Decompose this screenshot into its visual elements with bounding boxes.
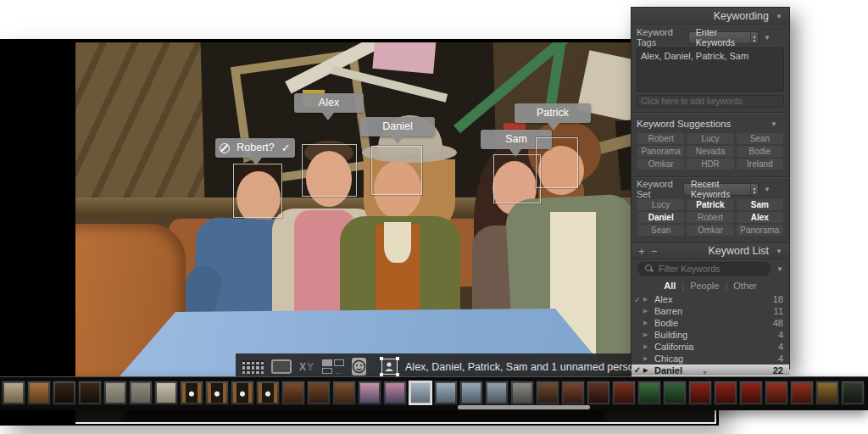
keyword-suggestion-button[interactable]: HDR — [687, 159, 733, 170]
keyword-set-button[interactable]: Daniel — [637, 212, 684, 223]
keyword-set-button[interactable]: Patrick — [687, 199, 733, 210]
disclosure-triangle-icon[interactable]: ▶ — [643, 343, 654, 350]
filmstrip-thumbnail[interactable] — [612, 381, 636, 405]
confirm-name-icon[interactable]: ✓ — [281, 138, 291, 158]
filmstrip-scrollbar[interactable] — [458, 405, 590, 409]
keyword-set-button[interactable]: Sean — [637, 225, 684, 236]
face-name-label[interactable]: Alex — [294, 93, 364, 113]
keywording-header[interactable]: Keywording ▼ — [632, 8, 789, 25]
filmstrip-thumbnail[interactable] — [53, 381, 76, 405]
keyword-set-button[interactable]: Robert — [687, 212, 733, 223]
filmstrip-thumbnail[interactable] — [78, 381, 102, 405]
filmstrip-thumbnail[interactable] — [765, 381, 788, 405]
keyword-list-row[interactable]: ▶California4 — [632, 341, 789, 353]
keyword-suggestion-button[interactable]: Bodie — [737, 146, 783, 157]
face-region-box[interactable] — [371, 146, 422, 195]
dropdown-spinner-icon[interactable] — [750, 32, 758, 43]
keyword-suggestion-button[interactable]: Ireland — [737, 159, 783, 170]
keyword-set-button[interactable]: Omkar — [687, 225, 733, 236]
filmstrip-thumbnail[interactable] — [815, 381, 839, 405]
compare-view-icon[interactable]: XY — [299, 361, 314, 373]
keyword-suggestion-button[interactable]: Sean — [737, 133, 783, 144]
keyword-list-row[interactable]: ▶Bodie48 — [632, 317, 789, 329]
collapse-triangle-icon[interactable]: ▼ — [764, 186, 771, 193]
keyword-check-icon[interactable]: ✓ — [632, 365, 643, 375]
keyword-list-row[interactable]: ▶Barren11 — [632, 305, 789, 317]
keyword-check-icon[interactable]: ✓ — [632, 295, 643, 304]
keyword-suggestion-button[interactable]: Lucy — [687, 133, 733, 144]
filmstrip-thumbnail[interactable] — [739, 381, 763, 405]
keyword-list-row[interactable]: ▶Building4 — [632, 329, 789, 341]
filmstrip-thumbnail[interactable] — [180, 381, 203, 405]
filmstrip-thumbnail[interactable] — [714, 381, 737, 405]
tab-other[interactable]: Other — [733, 281, 757, 291]
keyword-tags-textarea[interactable]: Alex, Daniel, Patrick, Sam — [637, 47, 784, 92]
filmstrip-thumbnail[interactable] — [358, 381, 381, 405]
keyword-list-row[interactable]: ▶Chicag4 — [632, 353, 789, 364]
filmstrip-thumbnail[interactable] — [434, 381, 458, 405]
add-keywords-field[interactable]: Click here to add keywords — [637, 95, 784, 108]
filmstrip-thumbnail[interactable] — [561, 381, 585, 405]
filmstrip-thumbnail-selected[interactable] — [409, 381, 432, 405]
reject-name-icon[interactable] — [220, 143, 230, 153]
filmstrip-thumbnail[interactable] — [459, 381, 483, 405]
dropdown-spinner-icon[interactable] — [750, 184, 758, 195]
disclosure-triangle-icon[interactable]: ▶ — [643, 367, 654, 374]
filter-keywords-input[interactable]: Filter Keywords — [637, 262, 771, 275]
filmstrip-thumbnail[interactable] — [383, 381, 407, 405]
collapse-triangle-icon[interactable]: ▼ — [771, 120, 777, 128]
filmstrip-thumbnail[interactable] — [663, 381, 687, 405]
disclosure-triangle-icon[interactable]: ▶ — [643, 331, 654, 338]
disclosure-triangle-icon[interactable]: ▶ — [643, 296, 654, 303]
remove-keyword-button[interactable]: − — [651, 245, 664, 258]
filmstrip-thumbnail[interactable] — [27, 381, 51, 405]
tab-all[interactable]: All — [664, 281, 676, 291]
collapse-triangle-icon[interactable]: ▼ — [776, 265, 783, 273]
keyword-suggestion-button[interactable]: Robert — [637, 133, 684, 144]
disclosure-triangle-icon[interactable]: ▶ — [643, 355, 654, 362]
filmstrip-thumbnail[interactable] — [510, 381, 534, 405]
filmstrip-thumbnail[interactable] — [688, 381, 712, 405]
filmstrip-thumbnail[interactable] — [587, 381, 610, 405]
face-name-label[interactable]: Patrick — [515, 103, 591, 123]
disclosure-triangle-icon[interactable]: ▶ — [643, 320, 654, 326]
keyword-set-button[interactable]: Lucy — [637, 199, 684, 210]
face-region-box[interactable] — [302, 144, 357, 197]
grid-view-icon[interactable] — [242, 360, 264, 374]
filmstrip-thumbnail[interactable] — [790, 381, 814, 405]
face-region-box[interactable] — [536, 137, 578, 188]
survey-view-icon[interactable]: … — [322, 359, 344, 374]
filmstrip-thumbnail[interactable] — [103, 381, 127, 405]
filmstrip-thumbnail[interactable] — [205, 381, 229, 405]
filmstrip-thumbnail[interactable] — [154, 381, 178, 405]
panel-resize-handle-icon[interactable]: ▼ — [702, 370, 708, 376]
filmstrip-thumbnail[interactable] — [637, 381, 661, 405]
keyword-suggestion-button[interactable]: Nevada — [687, 146, 733, 157]
disclosure-triangle-icon[interactable]: ▶ — [643, 308, 654, 314]
loupe-view-icon[interactable] — [271, 359, 292, 374]
add-keyword-button[interactable]: + — [638, 245, 651, 258]
keyword-set-button[interactable]: Alex — [737, 212, 783, 223]
filmstrip-thumbnail[interactable] — [231, 381, 254, 405]
draw-face-region-icon[interactable] — [381, 359, 398, 375]
keyword-list-row[interactable]: ✓▶Daniel22 — [632, 364, 789, 376]
collapse-triangle-icon[interactable]: ▼ — [776, 248, 782, 255]
face-name-label[interactable]: Robert?✓ — [215, 138, 295, 158]
face-region-box[interactable] — [233, 164, 282, 218]
keyword-set-button[interactable]: Sam — [737, 199, 783, 210]
keyword-suggestion-button[interactable]: Panorama — [637, 146, 684, 157]
keyword-tags-mode-dropdown[interactable]: Enter Keywords — [688, 31, 759, 44]
filmstrip-thumbnail[interactable] — [307, 381, 331, 405]
collapse-triangle-icon[interactable]: ▼ — [776, 8, 782, 25]
filmstrip-thumbnail[interactable] — [129, 381, 153, 405]
filmstrip-thumbnail[interactable] — [332, 381, 356, 405]
keyword-set-dropdown[interactable]: Recent Keywords — [683, 183, 759, 196]
filmstrip-thumbnail[interactable] — [841, 381, 865, 405]
face-name-label[interactable]: Daniel — [360, 117, 435, 136]
people-view-icon[interactable] — [352, 358, 366, 376]
filmstrip-thumbnail[interactable] — [485, 381, 509, 405]
keyword-set-button[interactable]: Panorama — [737, 225, 783, 236]
filmstrip-thumbnail[interactable] — [2, 381, 25, 405]
keyword-suggestion-button[interactable]: Omkar — [637, 159, 684, 170]
tab-people[interactable]: People — [690, 281, 719, 291]
